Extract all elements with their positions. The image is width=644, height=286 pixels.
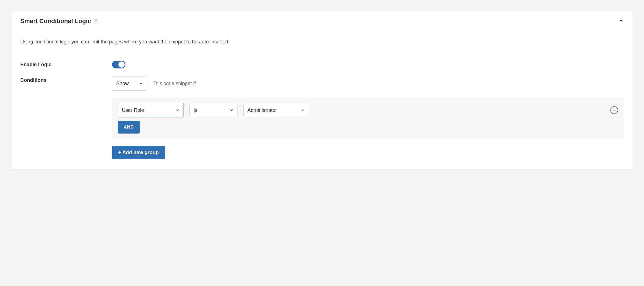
condition-row: User Role Is Administrator bbox=[118, 103, 605, 117]
conditions-row: Conditions Show This code snippet if Use… bbox=[20, 76, 624, 159]
chevron-down-icon bbox=[301, 108, 305, 112]
panel-header[interactable]: Smart Conditional Logic ? bbox=[11, 11, 633, 31]
condition-operator-value: Is bbox=[194, 107, 197, 113]
panel-title-wrap: Smart Conditional Logic ? bbox=[20, 18, 98, 25]
help-icon[interactable]: ? bbox=[94, 19, 98, 23]
conditions-content: Show This code snippet if User Role bbox=[112, 76, 624, 159]
condition-group: User Role Is Administrator bbox=[112, 97, 624, 139]
action-suffix-text: This code snippet if bbox=[153, 81, 196, 87]
chevron-up-icon[interactable] bbox=[619, 18, 624, 24]
conditions-label: Conditions bbox=[20, 76, 112, 83]
add-group-button[interactable]: + Add new group bbox=[112, 146, 165, 159]
condition-group-main: User Role Is Administrator bbox=[118, 103, 605, 134]
action-select[interactable]: Show bbox=[112, 76, 147, 91]
minus-icon bbox=[613, 110, 616, 110]
panel-description: Using conditional logic you can limit th… bbox=[20, 39, 624, 53]
enable-logic-row: Enable Logic bbox=[20, 61, 624, 68]
toggle-knob bbox=[118, 61, 125, 68]
action-line: Show This code snippet if bbox=[112, 76, 624, 91]
chevron-down-icon bbox=[139, 82, 143, 85]
enable-logic-toggle[interactable] bbox=[112, 61, 125, 68]
and-button[interactable]: AND bbox=[118, 121, 140, 134]
condition-value-value: Administrator bbox=[247, 107, 277, 113]
panel-body: Using conditional logic you can limit th… bbox=[11, 31, 633, 169]
action-select-value: Show bbox=[116, 81, 129, 87]
enable-logic-content bbox=[112, 61, 624, 68]
chevron-down-icon bbox=[230, 108, 234, 112]
condition-field-select[interactable]: User Role bbox=[118, 103, 184, 117]
panel-title: Smart Conditional Logic bbox=[20, 18, 91, 25]
chevron-down-icon bbox=[176, 108, 180, 112]
remove-condition-button[interactable] bbox=[610, 106, 618, 114]
conditional-logic-panel: Smart Conditional Logic ? Using conditio… bbox=[11, 11, 633, 169]
enable-logic-label: Enable Logic bbox=[20, 61, 112, 68]
condition-field-value: User Role bbox=[122, 107, 144, 113]
condition-operator-select[interactable]: Is bbox=[189, 103, 238, 117]
condition-value-select[interactable]: Administrator bbox=[243, 103, 309, 117]
